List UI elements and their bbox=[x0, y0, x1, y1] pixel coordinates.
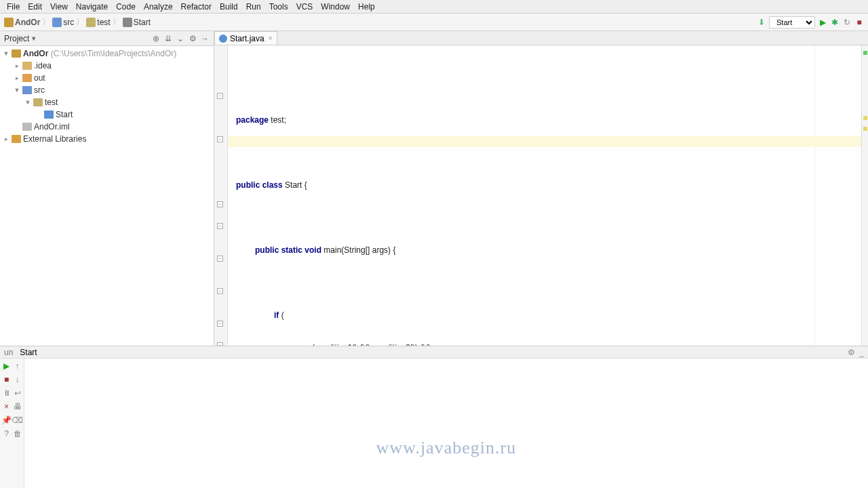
source-folder-icon bbox=[22, 86, 32, 94]
main-menu-bar: File Edit View Navigate Code Analyze Ref… bbox=[0, 0, 868, 14]
close-icon[interactable]: × bbox=[3, 402, 11, 411]
rerun-icon[interactable]: ↻ bbox=[842, 18, 852, 27]
project-view-title[interactable]: Project bbox=[4, 34, 29, 43]
tree-module-root[interactable]: ▼ AndOr (C:\Users\Tim\IdeaProjects\AndOr… bbox=[0, 47, 214, 60]
chevron-right-icon[interactable]: ▸ bbox=[14, 62, 20, 69]
run-tool-window: un Start ⚙ _ ▶ ↑ ■ ↓ ⏸ ↩ × 🖶 📌 bbox=[0, 346, 868, 488]
run-tab-label[interactable]: un bbox=[4, 348, 13, 357]
fold-toggle[interactable]: − bbox=[217, 223, 223, 229]
stop-icon[interactable]: ■ bbox=[3, 375, 11, 384]
class-icon bbox=[123, 18, 132, 27]
hide-icon[interactable]: ⌄ bbox=[176, 34, 185, 43]
up-icon[interactable]: ↑ bbox=[14, 361, 22, 371]
pause-icon[interactable]: ⏸ bbox=[3, 388, 11, 398]
menu-build[interactable]: Build bbox=[216, 2, 242, 12]
collapse-all-icon[interactable]: ⇊ bbox=[163, 34, 173, 43]
menu-refactor[interactable]: Refactor bbox=[177, 2, 216, 12]
menu-run[interactable]: Run bbox=[242, 2, 265, 12]
menu-edit[interactable]: Edit bbox=[24, 2, 46, 12]
menu-file[interactable]: File bbox=[3, 2, 24, 12]
breadcrumb-sep: 〉 bbox=[113, 16, 121, 28]
menu-tools[interactable]: Tools bbox=[265, 2, 292, 12]
menu-help[interactable]: Help bbox=[354, 2, 379, 12]
breadcrumb-src[interactable]: src bbox=[52, 18, 74, 27]
tree-folder-src[interactable]: ▼ src bbox=[0, 84, 214, 96]
fold-toggle[interactable]: − bbox=[217, 321, 223, 327]
pin-icon[interactable]: 📌 bbox=[3, 415, 11, 425]
stop-icon[interactable]: ■ bbox=[854, 18, 864, 27]
watermark-text: www.javabegin.ru bbox=[376, 438, 516, 458]
fold-toggle[interactable]: − bbox=[217, 256, 223, 262]
run-toolbar: ▶ ↑ ■ ↓ ⏸ ↩ × 🖶 📌 ⌫ ? 🗑 bbox=[0, 359, 24, 488]
breadcrumb-root[interactable]: AndOr bbox=[4, 18, 40, 27]
minimize-icon[interactable]: _ bbox=[859, 348, 864, 357]
rerun-icon[interactable]: ▶ bbox=[3, 361, 11, 371]
print-icon[interactable]: 🖶 bbox=[14, 402, 22, 411]
fold-toggle[interactable]: − bbox=[217, 93, 223, 99]
breadcrumb-sep: 〉 bbox=[76, 16, 84, 28]
chevron-right-icon[interactable]: ▸ bbox=[14, 75, 20, 81]
help-icon[interactable]: ? bbox=[3, 429, 11, 439]
run-config-selector[interactable]: Start bbox=[769, 16, 815, 28]
folder-icon bbox=[22, 62, 32, 70]
chevron-down-icon[interactable]: ▼ bbox=[24, 99, 31, 106]
menu-window[interactable]: Window bbox=[317, 2, 354, 12]
gear-icon[interactable]: ⚙ bbox=[848, 348, 855, 357]
folder-icon bbox=[52, 18, 62, 27]
scroll-to-source-icon[interactable]: ⊕ bbox=[151, 34, 161, 43]
menu-navigate[interactable]: Navigate bbox=[72, 2, 112, 12]
tree-folder-idea[interactable]: ▸ .idea bbox=[0, 60, 214, 72]
run-config-label[interactable]: Start bbox=[20, 348, 37, 357]
down-icon[interactable]: ↓ bbox=[14, 375, 22, 384]
run-console[interactable]: www.javabegin.ru bbox=[24, 359, 868, 488]
breadcrumb-test[interactable]: test bbox=[86, 18, 110, 27]
tree-external-libraries[interactable]: ▸ External Libraries bbox=[0, 133, 214, 145]
package-icon bbox=[86, 18, 96, 27]
breadcrumb-start[interactable]: Start bbox=[123, 18, 151, 27]
minimize-icon[interactable]: → bbox=[200, 34, 210, 43]
navigation-bar: AndOr 〉 src 〉 test 〉 Start ⬇ Start ▶ ✱ ↻… bbox=[0, 14, 868, 31]
fold-toggle[interactable]: − bbox=[217, 288, 223, 294]
menu-analyze[interactable]: Analyze bbox=[140, 2, 177, 12]
package-icon bbox=[33, 98, 43, 106]
menu-view[interactable]: View bbox=[46, 2, 72, 12]
clear-all-icon[interactable]: ⌫ bbox=[14, 415, 22, 425]
chevron-down-icon[interactable]: ▼ bbox=[14, 87, 20, 94]
warning-marker[interactable] bbox=[863, 116, 867, 120]
class-icon bbox=[219, 35, 227, 43]
make-project-icon[interactable]: ⬇ bbox=[757, 18, 766, 27]
warning-marker[interactable] bbox=[863, 127, 867, 131]
chevron-down-icon[interactable]: ▼ bbox=[3, 50, 9, 57]
editor-tab-start[interactable]: Start.java × bbox=[214, 31, 277, 45]
tree-package-test[interactable]: ▼ test bbox=[0, 96, 214, 108]
library-icon bbox=[12, 135, 21, 143]
breadcrumb-sep: 〉 bbox=[42, 16, 50, 28]
run-icon[interactable]: ▶ bbox=[818, 18, 827, 27]
class-icon bbox=[44, 110, 54, 119]
menu-code[interactable]: Code bbox=[112, 2, 140, 12]
settings-icon[interactable]: ⚙ bbox=[188, 34, 197, 43]
project-header: Project ▼ ⊕ ⇊ ⌄ ⚙ → bbox=[0, 31, 214, 46]
menu-vcs[interactable]: VCS bbox=[292, 2, 317, 12]
editor-tab-bar: Start.java × bbox=[214, 31, 868, 45]
module-icon bbox=[12, 49, 21, 58]
fold-toggle[interactable]: − bbox=[217, 201, 223, 207]
chevron-down-icon[interactable]: ▼ bbox=[31, 35, 37, 42]
close-icon[interactable]: × bbox=[269, 35, 273, 42]
run-header: un Start ⚙ _ bbox=[0, 346, 868, 359]
tree-folder-out[interactable]: ▸ out bbox=[0, 72, 214, 84]
trash-icon[interactable]: 🗑 bbox=[14, 429, 22, 439]
module-icon bbox=[4, 18, 14, 27]
project-tree[interactable]: ▼ AndOr (C:\Users\Tim\IdeaProjects\AndOr… bbox=[0, 46, 214, 146]
soft-wrap-icon[interactable]: ↩ bbox=[14, 388, 22, 398]
project-tool-window: Project ▼ ⊕ ⇊ ⌄ ⚙ → ▼ AndOr (C:\Users\Ti… bbox=[0, 31, 214, 346]
folder-icon bbox=[22, 74, 32, 82]
inspection-ok-icon bbox=[863, 51, 867, 55]
fold-toggle[interactable]: − bbox=[217, 136, 223, 142]
file-icon bbox=[22, 123, 32, 131]
highlighted-line-bg bbox=[228, 136, 861, 147]
debug-icon[interactable]: ✱ bbox=[830, 18, 840, 27]
tree-file-iml[interactable]: AndOr.iml bbox=[0, 121, 214, 133]
chevron-right-icon[interactable]: ▸ bbox=[3, 136, 9, 142]
tree-class-start[interactable]: Start bbox=[0, 108, 214, 121]
